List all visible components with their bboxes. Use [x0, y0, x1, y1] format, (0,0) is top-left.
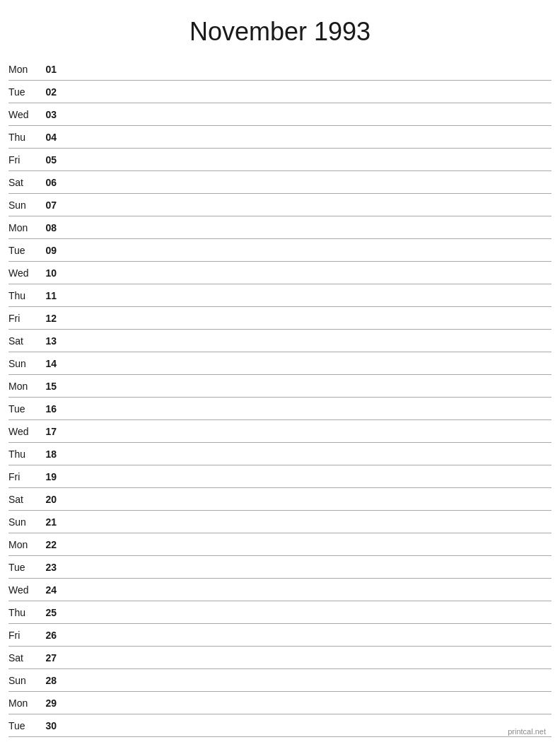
day-number: 01 [37, 64, 59, 75]
calendar-container: Mon01Tue02Wed03Thu04Fri05Sat06Sun07Mon08… [0, 58, 560, 737]
day-name: Fri [8, 313, 37, 324]
calendar-row: Sun07 [8, 194, 552, 216]
calendar-row: Fri12 [8, 307, 552, 330]
day-number: 23 [37, 562, 59, 573]
calendar-row: Sat06 [8, 171, 552, 194]
calendar-row: Wed17 [8, 420, 552, 443]
calendar-row: Sun14 [8, 352, 552, 375]
day-name: Mon [8, 64, 37, 75]
day-line [59, 521, 552, 522]
calendar-row: Tue30 [8, 714, 552, 737]
day-number: 18 [37, 448, 59, 460]
calendar-row: Mon01 [8, 58, 552, 81]
day-number: 12 [37, 313, 59, 324]
day-line [59, 386, 552, 386]
day-number: 03 [37, 109, 59, 120]
day-name: Wed [8, 109, 37, 120]
calendar-row: Sun28 [8, 669, 552, 692]
day-number: 20 [37, 494, 59, 505]
page-title: November 1993 [0, 0, 560, 58]
calendar-row: Mon22 [8, 533, 552, 556]
calendar-row: Wed24 [8, 579, 552, 601]
day-number: 27 [37, 652, 59, 664]
day-name: Tue [8, 562, 37, 573]
day-line [59, 702, 552, 703]
day-name: Sun [8, 358, 37, 369]
day-number: 30 [37, 720, 59, 731]
day-line [59, 114, 552, 115]
day-number: 08 [37, 222, 59, 233]
day-number: 24 [37, 584, 59, 596]
calendar-row: Thu11 [8, 284, 552, 307]
day-name: Tue [8, 86, 37, 98]
day-number: 09 [37, 245, 59, 256]
day-line [59, 340, 552, 341]
day-line [59, 204, 552, 205]
day-name: Tue [8, 403, 37, 415]
day-name: Sat [8, 652, 37, 664]
calendar-row: Tue02 [8, 81, 552, 103]
day-line [59, 499, 552, 499]
day-line [59, 680, 552, 681]
day-name: Fri [8, 630, 37, 641]
day-name: Thu [8, 290, 37, 301]
day-number: 26 [37, 630, 59, 641]
calendar-row: Fri19 [8, 465, 552, 488]
day-name: Thu [8, 448, 37, 460]
calendar-row: Wed10 [8, 262, 552, 284]
calendar-row: Tue23 [8, 556, 552, 579]
day-number: 14 [37, 358, 59, 369]
calendar-row: Thu04 [8, 126, 552, 149]
day-number: 16 [37, 403, 59, 415]
day-number: 13 [37, 335, 59, 347]
day-name: Mon [8, 381, 37, 392]
day-number: 17 [37, 426, 59, 437]
day-name: Sat [8, 335, 37, 347]
day-name: Wed [8, 267, 37, 279]
day-line [59, 612, 552, 613]
day-name: Mon [8, 697, 37, 709]
day-line [59, 725, 552, 726]
day-name: Sun [8, 675, 37, 686]
calendar-row: Fri05 [8, 149, 552, 171]
day-line [59, 544, 552, 545]
day-number: 22 [37, 539, 59, 550]
day-number: 29 [37, 697, 59, 709]
day-line [59, 272, 552, 273]
day-number: 21 [37, 516, 59, 528]
calendar-row: Mon15 [8, 375, 552, 398]
day-line [59, 250, 552, 250]
calendar-row: Sat20 [8, 488, 552, 511]
day-line [59, 567, 552, 567]
day-line [59, 159, 552, 160]
calendar-row: Thu25 [8, 601, 552, 624]
day-name: Tue [8, 245, 37, 256]
calendar-row: Thu18 [8, 443, 552, 465]
day-line [59, 589, 552, 590]
day-number: 04 [37, 132, 59, 143]
calendar-row: Wed03 [8, 103, 552, 126]
day-line [59, 318, 552, 318]
day-name: Wed [8, 584, 37, 596]
day-name: Sun [8, 516, 37, 528]
day-number: 07 [37, 199, 59, 211]
day-number: 10 [37, 267, 59, 279]
day-number: 19 [37, 471, 59, 482]
day-line [59, 91, 552, 92]
day-name: Fri [8, 154, 37, 166]
day-name: Thu [8, 132, 37, 143]
footer-text: printcal.net [508, 727, 546, 736]
day-line [59, 69, 552, 69]
day-name: Sun [8, 199, 37, 211]
day-name: Sat [8, 177, 37, 188]
day-line [59, 363, 552, 364]
day-name: Wed [8, 426, 37, 437]
calendar-row: Sat27 [8, 647, 552, 669]
day-name: Tue [8, 720, 37, 731]
day-line [59, 408, 552, 409]
day-name: Mon [8, 222, 37, 233]
day-line [59, 453, 552, 454]
day-number: 28 [37, 675, 59, 686]
day-line [59, 137, 552, 137]
calendar-row: Tue16 [8, 398, 552, 420]
